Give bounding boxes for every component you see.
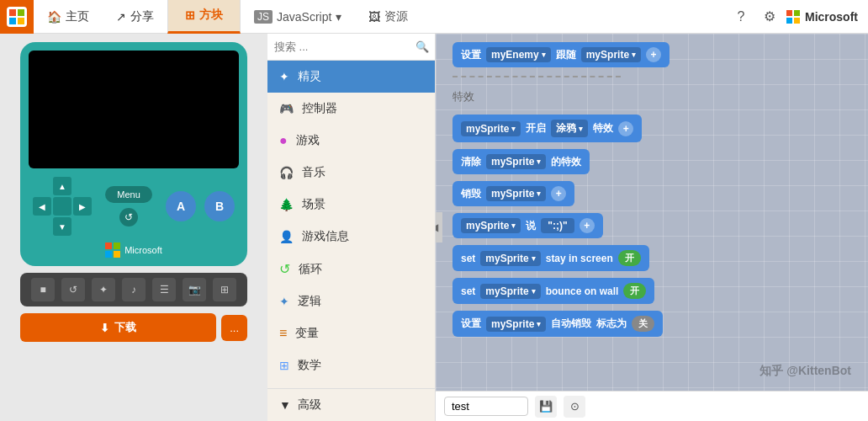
button-b[interactable]: B bbox=[204, 191, 235, 221]
settings-button[interactable]: ⚙ bbox=[758, 5, 781, 29]
res-icon: 🖼 bbox=[368, 10, 380, 24]
dpad-down[interactable]: ▼ bbox=[53, 217, 71, 236]
block-row-1: 设置 myEnemy ▾ 跟随 mySprite ▾ + bbox=[453, 42, 851, 67]
collapse-arrow[interactable]: ◀ bbox=[436, 212, 442, 242]
dpad-right[interactable]: ▶ bbox=[73, 197, 92, 216]
tab-blocks[interactable]: ⊞ 方块 bbox=[167, 0, 241, 34]
list-button[interactable]: ☰ bbox=[152, 278, 176, 301]
block-bounce-on-wall[interactable]: set mySprite ▾ bounce on wall 开 bbox=[453, 278, 654, 304]
block-dropdown-mysprite-8[interactable]: mySprite ▾ bbox=[486, 317, 546, 332]
category-game[interactable]: ● 游戏 bbox=[267, 125, 435, 157]
block-dropdown-mysprite-3[interactable]: mySprite ▾ bbox=[486, 154, 546, 169]
block-dropdown-mysprite-1[interactable]: mySprite ▾ bbox=[581, 47, 641, 62]
header: 🏠 主页 ↗ 分享 ⊞ 方块 JS JavaScript ▾ 🖼 资源 ? ⚙ bbox=[0, 0, 868, 34]
tab-javascript[interactable]: JS JavaScript ▾ bbox=[241, 0, 355, 34]
dpad-center[interactable] bbox=[53, 197, 71, 216]
dpad-left[interactable]: ◀ bbox=[33, 197, 51, 216]
block-label-set-6: set bbox=[461, 253, 475, 264]
block-label-start: 开启 bbox=[526, 121, 546, 136]
block-destroy[interactable]: 销毁 mySprite ▾ + bbox=[453, 181, 574, 206]
block-label-stay: stay in screen bbox=[546, 253, 613, 264]
reload-button[interactable]: ↺ bbox=[61, 278, 85, 301]
block-toggle-bounce[interactable]: 开 bbox=[623, 283, 646, 299]
svg-rect-1 bbox=[18, 9, 24, 16]
category-math[interactable]: ⊞ 数学 bbox=[267, 349, 435, 381]
block-add-5[interactable]: + bbox=[580, 218, 595, 233]
button-a[interactable]: A bbox=[166, 191, 196, 221]
help-button[interactable]: ? bbox=[729, 5, 753, 29]
refresh-button[interactable]: ↺ bbox=[119, 208, 138, 226]
category-logic[interactable]: ✦ 逻辑 bbox=[267, 285, 435, 317]
tab-js-label: JavaScript bbox=[277, 10, 331, 24]
chevron-down-icon: ▼ bbox=[279, 398, 291, 412]
svg-rect-2 bbox=[9, 18, 16, 24]
block-dropdown-mysprite-6[interactable]: mySprite ▾ bbox=[480, 251, 540, 266]
block-dropdown-mysprite-7[interactable]: mySprite ▾ bbox=[480, 284, 540, 299]
blocks-panel: 🔍 ✦ 精灵 🎮 控制器 ● 游戏 🎧 音乐 🌲 场景 bbox=[267, 34, 436, 421]
advanced-toggle[interactable]: ▼ 高级 bbox=[267, 388, 435, 421]
block-dropdown-mysprite-2[interactable]: mySprite ▾ bbox=[461, 121, 521, 136]
nav-share-label: 分享 bbox=[130, 9, 154, 24]
category-info[interactable]: 👤 游戏信息 bbox=[267, 221, 435, 253]
block-label-bounce: bounce on wall bbox=[546, 285, 619, 297]
dpad-empty-tr bbox=[73, 177, 92, 195]
category-music[interactable]: 🎧 音乐 bbox=[267, 157, 435, 189]
block-add-4[interactable]: + bbox=[551, 186, 566, 201]
category-loop[interactable]: ↺ 循环 bbox=[267, 253, 435, 285]
tab-resources[interactable]: 🖼 资源 bbox=[355, 0, 421, 34]
category-scene-label: 场景 bbox=[302, 197, 326, 212]
block-label-effects: 的特效 bbox=[551, 155, 581, 169]
svg-rect-5 bbox=[794, 10, 800, 16]
svg-rect-8 bbox=[105, 242, 112, 249]
download-icon: ⬇ bbox=[100, 322, 109, 334]
nav-home[interactable]: 🏠 主页 bbox=[34, 0, 103, 34]
block-dropdown-paint[interactable]: 涂鸦 ▾ bbox=[551, 120, 588, 137]
block-label-set-8: 设置 bbox=[461, 317, 481, 331]
search-input[interactable] bbox=[274, 40, 415, 53]
more-button[interactable]: ... bbox=[221, 315, 247, 341]
advanced-label: 高级 bbox=[298, 397, 321, 413]
block-effect-start[interactable]: mySprite ▾ 开启 涂鸦 ▾ 特效 + bbox=[453, 115, 642, 142]
nav-share[interactable]: ↗ 分享 bbox=[103, 0, 167, 34]
category-info-label: 游戏信息 bbox=[302, 229, 349, 244]
download-button[interactable]: ⬇ 下载 bbox=[20, 313, 216, 342]
block-toggle-stay[interactable]: 开 bbox=[618, 250, 641, 266]
dpad-up[interactable]: ▲ bbox=[53, 177, 71, 195]
block-stay-in-screen[interactable]: set mySprite ▾ stay in screen 开 bbox=[453, 245, 649, 271]
debug-button[interactable]: ✦ bbox=[92, 278, 115, 301]
file-bar: 💾 ⊙ bbox=[436, 391, 868, 421]
category-variables[interactable]: ≡ 变量 bbox=[267, 317, 435, 349]
stop-button[interactable]: ■ bbox=[31, 278, 55, 301]
category-controller[interactable]: 🎮 控制器 bbox=[267, 93, 435, 125]
filename-input[interactable] bbox=[444, 397, 528, 416]
screenshot-button[interactable]: 📷 bbox=[183, 278, 206, 301]
block-add-2[interactable]: + bbox=[618, 121, 633, 136]
block-label-follow: 跟随 bbox=[556, 48, 576, 62]
block-dropdown-mysprite-5[interactable]: mySprite ▾ bbox=[461, 218, 521, 233]
menu-button[interactable]: Menu bbox=[105, 186, 152, 203]
save-button[interactable]: 💾 bbox=[535, 396, 557, 418]
category-sprite[interactable]: ✦ 精灵 bbox=[267, 61, 435, 93]
block-add-1[interactable]: + bbox=[646, 47, 661, 62]
block-toggle-auto-destroy[interactable]: 关 bbox=[632, 316, 654, 332]
github-button[interactable]: ⊙ bbox=[564, 396, 585, 418]
category-controller-label: 控制器 bbox=[302, 101, 337, 116]
block-dropdown-mysprite-4[interactable]: mySprite ▾ bbox=[486, 186, 546, 201]
tab-blocks-label: 方块 bbox=[199, 8, 223, 23]
dpad-empty-bl bbox=[33, 217, 51, 236]
download-bar: ⬇ 下载 ... bbox=[20, 313, 247, 342]
sound-button[interactable]: ♪ bbox=[122, 278, 146, 301]
block-set-1[interactable]: 设置 myEnemy ▾ 跟随 mySprite ▾ + bbox=[453, 42, 670, 67]
block-dropdown-myenemy[interactable]: myEnemy ▾ bbox=[486, 47, 551, 62]
block-say-value[interactable]: ":;)" bbox=[541, 218, 574, 233]
block-say[interactable]: mySprite ▾ 说 ":;)" + bbox=[453, 213, 603, 238]
category-scene[interactable]: 🌲 场景 bbox=[267, 189, 435, 221]
download-label: 下载 bbox=[114, 320, 136, 335]
block-auto-destroy[interactable]: 设置 mySprite ▾ 自动销毁 标志为 关 bbox=[453, 311, 663, 337]
math-icon: ⊞ bbox=[279, 359, 289, 372]
block-clear-effect[interactable]: 清除 mySprite ▾ 的特效 bbox=[453, 149, 590, 174]
left-panel: ▲ ◀ ▶ ▼ Menu ↺ A B bbox=[0, 34, 267, 421]
brand-label: Microsoft bbox=[805, 10, 858, 24]
js-icon: JS bbox=[254, 10, 273, 24]
fullscreen-button[interactable]: ⊞ bbox=[213, 278, 236, 301]
